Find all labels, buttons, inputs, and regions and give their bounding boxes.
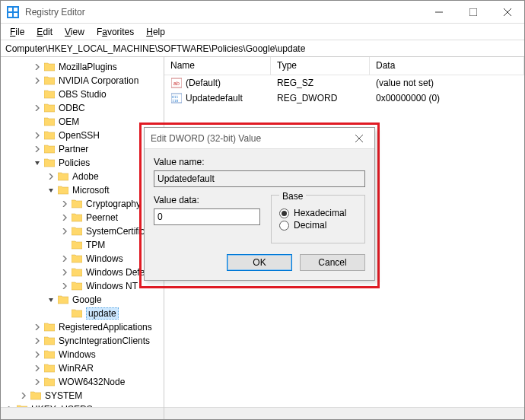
menu-help[interactable]: Help [140, 25, 171, 39]
chevron-right-icon[interactable] [33, 131, 42, 140]
regedit-icon [7, 6, 19, 18]
tree-node-label: Google [72, 294, 102, 305]
tree-node-label: ODBC [59, 103, 85, 113]
tree-node-systemcertificates[interactable]: SystemCertificates [4, 224, 164, 238]
column-data[interactable]: Data [370, 57, 524, 75]
address-path[interactable]: Computer\HKEY_LOCAL_MACHINE\SOFTWARE\Pol… [1, 43, 305, 54]
folder-icon [43, 116, 56, 127]
radio-decimal-indicator [279, 221, 289, 231]
chevron-down-icon[interactable] [46, 295, 56, 304]
chevron-right-icon[interactable] [33, 145, 42, 154]
radio-decimal-label: Decimal [294, 220, 326, 231]
chevron-right-icon[interactable] [60, 268, 69, 277]
chevron-right-icon[interactable] [33, 377, 42, 387]
chevron-right-icon[interactable] [60, 199, 69, 208]
chevron-right-icon[interactable] [60, 282, 69, 291]
tree-node-winrar[interactable]: WinRAR [4, 361, 164, 375]
chevron-down-icon[interactable] [33, 158, 42, 167]
chevron-right-icon[interactable] [60, 213, 69, 222]
list-header: Name Type Data [164, 57, 524, 75]
tree-node-openssh[interactable]: OpenSSH [4, 129, 164, 142]
column-type[interactable]: Type [271, 57, 370, 75]
minimize-button[interactable] [422, 1, 456, 24]
maximize-button[interactable] [456, 1, 490, 24]
tree-horizontal-scrollbar[interactable] [1, 407, 164, 419]
tree-node-tpm[interactable]: TPM [4, 238, 164, 252]
folder-icon [43, 158, 56, 168]
tree-node-obs-studio[interactable]: OBS Studio [4, 88, 164, 101]
tree-node-windows-defender[interactable]: Windows Defender [4, 266, 164, 279]
tree-node-windows[interactable]: Windows [4, 348, 164, 361]
chevron-right-icon[interactable] [33, 364, 42, 373]
tree-node-microsoft[interactable]: Microsoft [4, 183, 164, 197]
menu-favorites[interactable]: Favorites [91, 25, 140, 39]
menu-view[interactable]: View [59, 25, 91, 39]
tree-node-system[interactable]: SYSTEM [4, 389, 164, 402]
chevron-right-icon[interactable] [33, 103, 42, 113]
radio-decimal[interactable]: Decimal [279, 220, 357, 231]
tree-node-mozillaplugins[interactable]: MozillaPlugins [4, 60, 164, 74]
value-data-input[interactable] [154, 208, 260, 225]
chevron-right-icon[interactable] [33, 336, 42, 345]
folder-icon [71, 267, 83, 278]
address-bar[interactable]: Computer\HKEY_LOCAL_MACHINE\SOFTWARE\Pol… [1, 40, 524, 57]
tree-node-nvidia-corporation[interactable]: NVIDIA Corporation [4, 74, 164, 88]
tree-node-windows[interactable]: Windows [4, 252, 164, 266]
tree-node-label: MozillaPlugins [59, 62, 117, 72]
tree-node-policies[interactable]: Policies [4, 156, 164, 170]
folder-icon [43, 349, 56, 360]
list-row[interactable]: 011110UpdatedefaultREG_DWORD0x00000000 (… [164, 91, 524, 106]
chevron-right-icon[interactable] [19, 391, 28, 400]
value-name-input[interactable] [154, 170, 365, 187]
svg-text:ab: ab [173, 81, 180, 86]
dialog-close-button[interactable] [350, 129, 368, 148]
tree-node-registeredapplications[interactable]: RegisteredApplications [4, 320, 164, 334]
folder-icon [43, 377, 56, 387]
list-row[interactable]: ab(Default)REG_SZ(value not set) [164, 75, 524, 91]
dialog-titlebar[interactable]: Edit DWORD (32-bit) Value [145, 128, 374, 149]
tree-spacer [33, 90, 42, 99]
tree-node-windows-nt[interactable]: Windows NT [4, 279, 164, 293]
svg-rect-2 [14, 8, 18, 11]
tree-node-label: Cryptography [86, 199, 141, 209]
tree-node-adobe[interactable]: Adobe [4, 170, 164, 183]
ok-button[interactable]: OK [227, 254, 292, 271]
folder-icon [43, 89, 56, 100]
tree-node-wow6432node[interactable]: WOW6432Node [4, 375, 164, 389]
tree-panel[interactable]: MozillaPluginsNVIDIA CorporationOBS Stud… [1, 57, 164, 419]
menu-edit[interactable]: Edit [30, 25, 59, 39]
radio-hexadecimal[interactable]: Hexadecimal [279, 208, 357, 218]
list-horizontal-scrollbar[interactable] [164, 407, 524, 419]
tree-node-label: Microsoft [72, 185, 110, 196]
value-data: (value not set) [370, 78, 524, 88]
tree-node-syncintegrationclients[interactable]: SyncIntegrationClients [4, 334, 164, 348]
folder-icon [43, 130, 56, 141]
tree-node-update[interactable]: update [4, 307, 164, 320]
tree-spacer [60, 309, 69, 318]
chevron-right-icon[interactable] [33, 323, 42, 332]
tree-node-oem[interactable]: OEM [4, 115, 164, 129]
edit-dword-dialog: Edit DWORD (32-bit) Value Value name: Va… [144, 127, 375, 281]
tree-node-google[interactable]: Google [4, 293, 164, 307]
menu-file[interactable]: File [4, 25, 30, 39]
tree-node-peernet[interactable]: Peernet [4, 211, 164, 224]
folder-icon [57, 171, 69, 182]
cancel-button[interactable]: Cancel [300, 254, 365, 271]
chevron-down-icon[interactable] [46, 186, 56, 195]
svg-rect-4 [14, 13, 18, 17]
tree-node-label: Adobe [72, 171, 99, 182]
tree-node-odbc[interactable]: ODBC [4, 101, 164, 115]
chevron-right-icon[interactable] [60, 254, 69, 263]
dialog-title: Edit DWORD (32-bit) Value [151, 133, 350, 144]
tree-node-cryptography[interactable]: Cryptography [4, 197, 164, 211]
tree-node-label: Windows NT [86, 281, 138, 291]
column-name[interactable]: Name [164, 57, 271, 75]
chevron-right-icon[interactable] [33, 62, 42, 72]
chevron-right-icon[interactable] [33, 76, 42, 85]
chevron-right-icon[interactable] [60, 227, 69, 236]
chevron-right-icon[interactable] [46, 172, 56, 181]
tree-node-partner[interactable]: Partner [4, 142, 164, 156]
folder-icon [43, 322, 56, 332]
close-button[interactable] [490, 1, 524, 24]
chevron-right-icon[interactable] [33, 350, 42, 359]
